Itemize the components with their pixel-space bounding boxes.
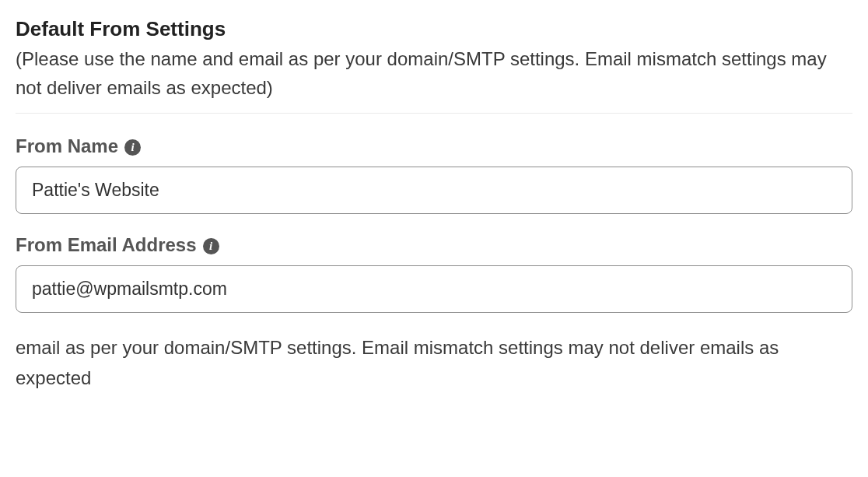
from-email-label-text: From Email Address [16,234,197,256]
settings-section: Default From Settings (Please use the na… [16,16,852,393]
from-name-field: From Name i [16,135,852,214]
info-icon[interactable]: i [203,238,219,254]
info-icon[interactable]: i [124,139,141,156]
from-name-label: From Name i [16,135,852,157]
from-email-input[interactable] [16,265,852,313]
from-name-label-text: From Name [16,135,118,157]
section-description: (Please use the name and email as per yo… [16,44,852,113]
divider [16,113,852,114]
section-title: Default From Settings [16,16,852,43]
footer-text: email as per your domain/SMTP settings. … [16,333,852,393]
from-email-field: From Email Address i [16,234,852,313]
from-name-input[interactable] [16,167,852,214]
from-email-label: From Email Address i [16,234,852,256]
